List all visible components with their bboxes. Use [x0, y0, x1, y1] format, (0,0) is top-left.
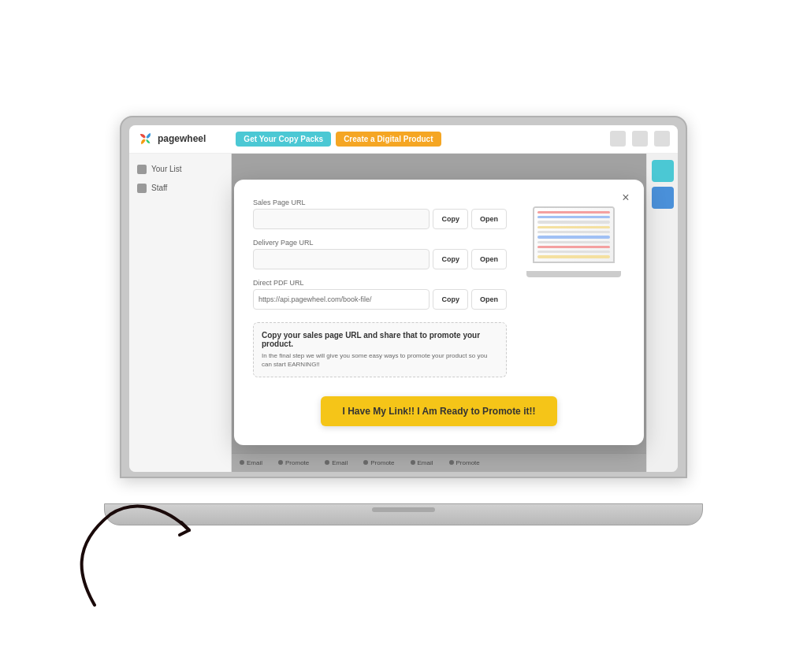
modal-dialog: × Sales Page URL Copy: [234, 180, 644, 445]
page-wrapper: pagewheel Get Your Copy Packs Create a D…: [0, 0, 807, 672]
right-panel-icon-social[interactable]: [652, 160, 674, 182]
laptop-outer: pagewheel Get Your Copy Packs Create a D…: [120, 116, 687, 525]
url-row-delivery: Delivery Page URL Copy Open: [253, 239, 507, 269]
cta-ready-button[interactable]: I Have My Link!! I Am Ready to Promote i…: [321, 396, 558, 426]
pdf-url-input-row: Copy Open: [253, 289, 507, 310]
modal-overlay: × Sales Page URL Copy: [232, 154, 646, 472]
direct-pdf-open-button[interactable]: Open: [471, 289, 507, 310]
main-content: × Sales Page URL Copy: [232, 154, 646, 472]
svg-point-0: [144, 137, 147, 140]
preview-line-8: [537, 246, 610, 248]
sales-page-open-button[interactable]: Open: [471, 209, 507, 229]
modal-info-box: Copy your sales page URL and share that …: [253, 322, 507, 377]
sidebar-item-label-yourlist: Your List: [151, 165, 182, 173]
help-icon-button[interactable]: [632, 131, 648, 147]
modal-footer: I Have My Link!! I Am Ready to Promote i…: [253, 396, 625, 426]
modal-right-panel: [523, 199, 625, 377]
laptop-bezel: pagewheel Get Your Copy Packs Create a D…: [120, 116, 687, 478]
arrow-svg: [47, 483, 205, 609]
sidebar-item-yourlist[interactable]: Your List: [129, 160, 231, 179]
modal-close-button[interactable]: ×: [617, 189, 634, 206]
direct-pdf-url-input[interactable]: [253, 289, 430, 310]
app-bar-right: [610, 131, 670, 147]
preview-screen-content: [534, 208, 613, 262]
url-row-sales: Sales Page URL Copy Open: [253, 199, 507, 229]
nav-buttons: Get Your Copy Packs Create a Digital Pro…: [236, 132, 441, 147]
preview-line-2: [537, 216, 610, 218]
modal-left-panel: Sales Page URL Copy Open: [253, 199, 507, 377]
modal-body: Sales Page URL Copy Open: [253, 199, 625, 377]
nav-copy-packs-button[interactable]: Get Your Copy Packs: [236, 132, 331, 147]
logo-pinwheel-icon: [137, 130, 154, 147]
sales-url-input-row: Copy Open: [253, 209, 507, 229]
list-icon: [137, 165, 147, 174]
laptop-screen: pagewheel Get Your Copy Packs Create a D…: [129, 125, 678, 472]
preview-laptop-image: [526, 206, 621, 277]
sales-page-url-label: Sales Page URL: [253, 199, 507, 206]
direct-pdf-copy-button[interactable]: Copy: [433, 289, 468, 310]
direct-pdf-url-label: Direct PDF URL: [253, 279, 507, 287]
preview-line-5: [537, 231, 610, 233]
sales-page-copy-button[interactable]: Copy: [433, 209, 468, 229]
delivery-page-url-label: Delivery Page URL: [253, 239, 507, 247]
delivery-page-url-input[interactable]: [253, 249, 430, 269]
sidebar: Your List Staff: [129, 154, 232, 472]
delivery-page-open-button[interactable]: Open: [471, 249, 507, 269]
preview-line-7: [537, 241, 610, 243]
app-bar: pagewheel Get Your Copy Packs Create a D…: [129, 125, 678, 154]
sidebar-item-label-staff: Staff: [151, 184, 167, 192]
preview-line-4: [537, 226, 610, 228]
preview-line-3: [537, 221, 610, 223]
right-panel-icon-thumb[interactable]: [652, 187, 674, 209]
right-panel: [646, 154, 678, 472]
preview-line-1: [537, 211, 610, 213]
preview-line-6: [537, 236, 610, 238]
preview-laptop-base: [526, 271, 621, 277]
nav-create-product-button[interactable]: Create a Digital Product: [336, 132, 441, 147]
preview-screen: [533, 206, 615, 263]
staff-icon: [137, 184, 147, 193]
preview-line-9: [537, 251, 610, 253]
preview-line-10: [537, 255, 610, 258]
logo-text: pagewheel: [158, 133, 206, 144]
modal-info-title: Copy your sales page URL and share that …: [262, 331, 498, 348]
logo-area: pagewheel: [137, 130, 206, 147]
sidebar-item-staff[interactable]: Staff: [129, 179, 231, 198]
app-body: Your List Staff ×: [129, 154, 678, 472]
url-row-pdf: Direct PDF URL Copy Open: [253, 279, 507, 310]
delivery-page-copy-button[interactable]: Copy: [433, 249, 468, 269]
modal-info-desc: In the final step we will give you some …: [262, 351, 498, 369]
sales-page-url-input[interactable]: [253, 209, 430, 229]
grid-icon-button[interactable]: [654, 131, 670, 147]
menu-icon-button[interactable]: [610, 131, 626, 147]
delivery-url-input-row: Copy Open: [253, 249, 507, 269]
